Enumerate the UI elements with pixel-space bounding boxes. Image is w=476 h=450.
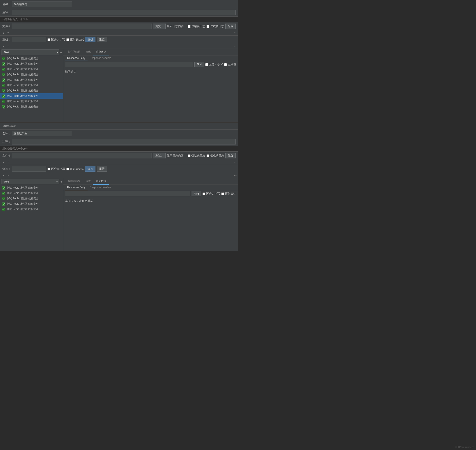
more-btn2[interactable]: ••• <box>234 45 236 48</box>
search-row2: 查找： 区分大小写 正则表达式 查找 重置 <box>0 165 238 173</box>
find-button2[interactable]: 查找 <box>85 166 95 172</box>
tab-response1[interactable]: 响应数据 <box>93 49 109 55</box>
tab-response2[interactable]: 响应数据 <box>93 178 109 185</box>
list-item[interactable]: 测试 Redis 计数器-线程安全 <box>0 88 63 93</box>
list-items1: 测试 Redis 计数器-线程安全 测试 Redis 计数器-线程安全 测试 R… <box>0 56 63 122</box>
sub-tab-body1[interactable]: Response Body <box>65 55 88 61</box>
response-body2: 访问失败，请稍后重试~ <box>63 197 238 251</box>
main-content2: Text ◀ 测试 Redis 计数器-线程安全 测试 Redis 计数器-线程… <box>0 178 238 251</box>
expand-btn3[interactable]: ▼ <box>6 160 10 164</box>
check-icon <box>2 202 5 206</box>
resp-case-checkbox2[interactable] <box>202 192 205 195</box>
sub-tab-headers2[interactable]: Response headers <box>88 185 113 190</box>
panel2-header: 查看结果树 <box>0 123 238 130</box>
response-text1: 访问成功 <box>65 70 76 73</box>
case-checkbox2[interactable] <box>47 168 50 170</box>
collapse-btn1[interactable]: ▲ <box>1 31 5 35</box>
collapse-btn2[interactable]: ▲ <box>1 45 5 48</box>
search-input2[interactable] <box>12 166 46 172</box>
list-item[interactable]: 测试 Redis 计数器-线程安全 <box>0 201 63 207</box>
name-row: 名称： <box>0 0 238 8</box>
collapse-btn4[interactable]: ▲ <box>1 174 5 177</box>
list-item-text: 测试 Redis 计数器-线程安全 <box>7 191 39 195</box>
error-log-label2: 仅错误日志 <box>191 154 205 158</box>
comment-label: 注释： <box>2 11 11 14</box>
left-panel-header2: Text ◀ <box>0 178 63 185</box>
arrow-btn1[interactable]: ◀ <box>60 51 62 53</box>
panel2: 查看结果树 名称： 注释： 所有数据写入一个文件 文件名 浏览... 显示日志内… <box>0 123 238 251</box>
config-button[interactable]: 配置 <box>225 24 236 29</box>
collapse-btn3[interactable]: ▲ <box>1 160 5 164</box>
browse-button2[interactable]: 浏览... <box>153 153 166 158</box>
more-btn3[interactable]: ••• <box>234 161 236 164</box>
search-input1[interactable] <box>12 37 46 42</box>
resp-case-checkbox1[interactable] <box>205 63 208 66</box>
config-button2[interactable]: 配置 <box>225 153 236 158</box>
browse-button[interactable]: 浏览... <box>153 24 166 29</box>
list-item[interactable]: 测试 Redis 计数器-线程安全 <box>0 67 63 72</box>
main-content1: Text ◀ 测试 Redis 计数器-线程安全 测试 Redis 计数器-线程… <box>0 49 238 122</box>
list-item[interactable]: 测试 Redis 计数器-线程安全 <box>0 72 63 77</box>
arrow-btn2[interactable]: ◀ <box>60 180 62 183</box>
expand-btn4[interactable]: ▼ <box>6 174 10 177</box>
reset-button2[interactable]: 重置 <box>97 166 107 172</box>
tab-sampler2[interactable]: 取样器结果 <box>65 178 83 185</box>
list-item-text: 测试 Redis 计数器-线程安全 <box>7 57 39 60</box>
list-item-text: 测试 Redis 计数器-线程安全 <box>7 73 39 77</box>
response-find-btn1[interactable]: Find <box>194 62 204 67</box>
search-label2: 查找： <box>2 167 11 171</box>
list-item[interactable]: 测试 Redis 计数器-线程安全 <box>0 93 63 99</box>
comment-input[interactable] <box>12 10 236 15</box>
list-item-text: 测试 Redis 计数器-线程安全 <box>7 105 39 108</box>
tab-sampler1[interactable]: 取样器结果 <box>65 49 83 55</box>
case-checkbox1[interactable] <box>47 38 50 41</box>
regex-checkbox1[interactable] <box>66 38 69 41</box>
list-item[interactable]: 测试 Redis 计数器-线程安全 <box>0 56 63 61</box>
list-item[interactable]: 测试 Redis 计数器-线程安全 <box>0 185 63 190</box>
sub-tab-headers1[interactable]: Response headers <box>88 55 113 61</box>
type-dropdown2[interactable]: Text <box>1 179 59 184</box>
list-item[interactable]: 测试 Redis 计数器-线程安全 <box>0 196 63 201</box>
list-item[interactable]: 测试 Redis 计数器-线程安全 <box>0 99 63 104</box>
name-input[interactable] <box>12 1 72 7</box>
find-button1[interactable]: 查找 <box>85 37 95 42</box>
success-log-group2: 仅成功日志 <box>206 154 224 158</box>
list-item[interactable]: 测试 Redis 计数器-线程安全 <box>0 207 63 212</box>
check-icon <box>2 100 5 103</box>
list-item[interactable]: 测试 Redis 计数器-线程安全 <box>0 77 63 83</box>
response-find-btn2[interactable]: Find <box>192 191 201 196</box>
list-item[interactable]: 测试 Redis 计数器-线程安全 <box>0 83 63 88</box>
list-item[interactable]: 测试 Redis 计数器-线程安全 <box>0 104 63 109</box>
more-btn4[interactable]: ••• <box>234 174 236 177</box>
response-search-input1[interactable] <box>65 62 193 67</box>
regex-group1: 正则表达式 <box>66 38 84 41</box>
name-input2[interactable] <box>12 131 72 136</box>
expand-btn2[interactable]: ▼ <box>6 45 10 48</box>
more-btn1[interactable]: ••• <box>234 31 236 35</box>
tab-request1[interactable]: 请求 <box>83 49 93 55</box>
expand-btn1[interactable]: ▼ <box>6 31 10 35</box>
resp-case-group2: 区分大小写 <box>202 192 220 196</box>
comment-input2[interactable] <box>12 139 236 144</box>
type-dropdown1[interactable]: Text <box>1 49 59 55</box>
file-input2[interactable] <box>12 153 152 158</box>
file-input[interactable] <box>12 24 152 29</box>
resp-regex-checkbox2[interactable] <box>221 192 224 195</box>
sub-tab-body2[interactable]: Response Body <box>65 185 88 190</box>
check-icon <box>2 208 5 211</box>
list-item[interactable]: 测试 Redis 计数器-线程安全 <box>0 190 63 196</box>
response-search-input2[interactable] <box>65 191 190 196</box>
check-icon <box>2 186 5 190</box>
list-item[interactable]: 测试 Redis 计数器-线程安全 <box>0 61 63 67</box>
list-item-text: 测试 Redis 计数器-线程安全 <box>7 89 39 93</box>
list-item-text: 测试 Redis 计数器-线程安全 <box>7 83 39 87</box>
regex-checkbox2[interactable] <box>66 168 69 170</box>
error-log-checkbox2[interactable] <box>188 154 190 157</box>
tab-request2[interactable]: 请求 <box>83 178 93 185</box>
error-log-checkbox[interactable] <box>188 25 190 28</box>
resp-regex-label1: 正则表 <box>228 63 236 66</box>
reset-button1[interactable]: 重置 <box>97 37 107 42</box>
success-log-checkbox[interactable] <box>206 25 209 28</box>
success-log-checkbox2[interactable] <box>206 154 209 157</box>
resp-regex-checkbox1[interactable] <box>224 63 227 66</box>
